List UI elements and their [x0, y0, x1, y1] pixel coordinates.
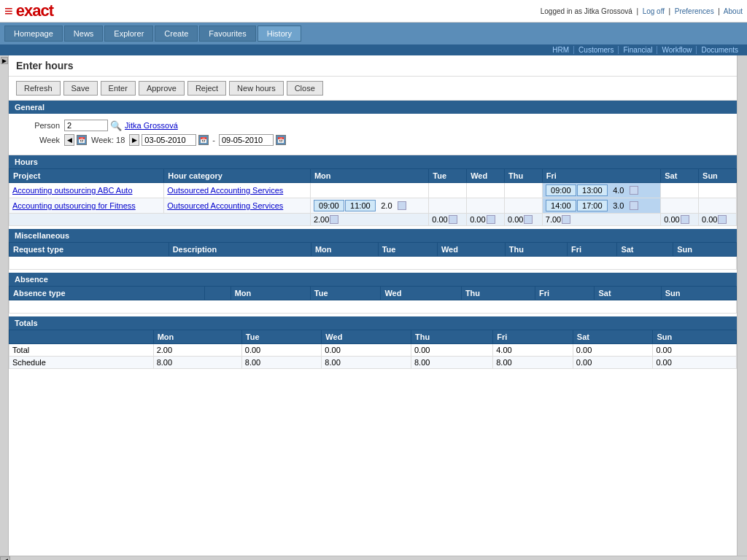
fri-cell-2: 3.0 [542, 198, 660, 214]
new-hours-button[interactable]: New hours [229, 81, 284, 96]
sec-nav-customers[interactable]: Customers [574, 46, 619, 54]
main-content: Enter hours Refresh Save Enter Approve R… [9, 55, 737, 556]
left-scrollbar[interactable]: ▶ [0, 55, 9, 556]
fri-end-1[interactable] [577, 184, 608, 196]
mon-total-check[interactable] [330, 215, 338, 224]
nav-news[interactable]: News [64, 26, 104, 42]
wed-total-check[interactable] [487, 215, 495, 224]
project-link-2[interactable]: Accounting outsourcing for Fitness [12, 201, 136, 210]
thu-total-check[interactable] [524, 215, 533, 224]
category-link-2[interactable]: Outsourced Accounting Services [167, 201, 283, 210]
misc-empty-row [9, 257, 737, 270]
bottom-scrollbar[interactable]: ◀ [0, 556, 747, 560]
absence-col-thu: Thu [461, 287, 535, 300]
tue-cell-1 [429, 183, 467, 198]
preferences-link[interactable]: Preferences [675, 7, 714, 15]
fri-check-1[interactable] [630, 186, 638, 195]
logoff-link[interactable]: Log off [643, 7, 665, 15]
general-section-header: General [9, 101, 737, 114]
week-cal-icon[interactable]: 📅 [77, 135, 87, 145]
col-project: Project [9, 169, 164, 183]
refresh-button[interactable]: Refresh [16, 81, 61, 96]
sec-nav-hrm-link[interactable]: HRM [548, 46, 574, 54]
col-tue: Tue [429, 169, 467, 183]
fri-cell-1: 4.0 [542, 183, 660, 198]
absence-col-empty [204, 287, 231, 300]
mon-start-2[interactable] [314, 200, 344, 211]
about-link[interactable]: About [724, 7, 743, 15]
project-cell-2: Accounting outsourcing for Fitness [9, 198, 164, 214]
person-input[interactable] [64, 120, 108, 131]
fri-check-2[interactable] [630, 201, 638, 210]
nav-favourites[interactable]: Favourites [199, 26, 255, 42]
mon-check-2[interactable] [398, 201, 406, 210]
absence-col-tue: Tue [310, 287, 381, 300]
mon-total-val: 2.00 [314, 215, 329, 224]
misc-col-thu: Thu [505, 243, 567, 257]
nav-create[interactable]: Create [155, 26, 198, 42]
fri-start-1[interactable] [546, 184, 576, 196]
date-from-input[interactable] [142, 134, 196, 146]
hours-total-sun: 0.00 [699, 214, 737, 226]
right-scrollbar[interactable] [737, 55, 747, 556]
tue-total-check[interactable] [449, 215, 457, 224]
sec-nav-workflow[interactable]: Workflow [657, 46, 697, 54]
save-button[interactable]: Save [63, 81, 98, 96]
date-to-cal-icon[interactable]: 📅 [276, 135, 286, 145]
reject-button[interactable]: Reject [187, 81, 226, 96]
week-label: Week [16, 136, 60, 144]
sec-nav-financial[interactable]: Financial [619, 46, 657, 54]
category-link-1[interactable]: Outsourced Accounting Services [167, 186, 283, 195]
week-prev-btn[interactable]: ◀ [64, 134, 74, 146]
close-button[interactable]: Close [287, 81, 323, 96]
approve-button[interactable]: Approve [139, 81, 185, 96]
bottom-scroll-btn[interactable]: ◀ [0, 556, 10, 561]
thu-cell-2 [504, 198, 542, 214]
nav-homepage[interactable]: Homepage [4, 26, 63, 42]
tue-cell-2 [429, 198, 467, 214]
hours-section: Project Hour category Mon Tue Wed Thu Fr… [9, 168, 737, 226]
misc-col-desc: Description [169, 243, 311, 257]
person-search-icon[interactable]: 🔍 [110, 120, 122, 131]
totals-section-header: Totals [9, 316, 737, 330]
person-name-link[interactable]: Jitka Grossová [125, 121, 178, 130]
hours-col-header-row: Project Hour category Mon Tue Wed Thu Fr… [9, 169, 737, 183]
table-row: Accounting outsourcing ABC Auto Outsourc… [9, 183, 737, 198]
totals-total-tue: 0.00 [241, 344, 322, 357]
nav-history[interactable]: History [258, 26, 301, 42]
fri-start-2[interactable] [546, 200, 576, 211]
fri-end-2[interactable] [577, 200, 608, 211]
project-link-1[interactable]: Accounting outsourcing ABC Auto [12, 186, 133, 195]
totals-col-fri: Fri [493, 330, 573, 344]
hours-total-tue: 0.00 [429, 214, 467, 226]
enter-button[interactable]: Enter [101, 81, 136, 96]
sec-nav-documents[interactable]: Documents [697, 46, 743, 54]
totals-schedule-mon: 8.00 [153, 357, 241, 369]
hours-total-thu: 0.00 [504, 214, 542, 226]
week-next-btn[interactable]: ▶ [129, 134, 139, 146]
category-cell-1: Outsourced Accounting Services [164, 183, 311, 198]
user-info: Logged in as Jitka Grossová | Log off | … [541, 7, 743, 15]
misc-table: Request type Description Mon Tue Wed Thu… [9, 242, 737, 270]
totals-total-thu: 0.00 [411, 344, 492, 357]
hours-total-row: 2.00 0.00 0.00 [9, 214, 737, 226]
week-nav: ◀ 📅 Week: 18 ▶ 📅 - 📅 [64, 134, 286, 146]
date-from-cal-icon[interactable]: 📅 [198, 135, 209, 145]
fri-hrs-1: 4.0 [608, 186, 629, 195]
sat-total-check[interactable] [681, 215, 689, 224]
top-bar: ≡ exact Logged in as Jitka Grossová | Lo… [0, 0, 747, 23]
hours-total-mon: 2.00 [310, 214, 428, 226]
nav-explorer[interactable]: Explorer [104, 26, 153, 42]
thu-cell-1 [504, 183, 542, 198]
col-sun: Sun [699, 169, 737, 183]
misc-col-type: Request type [9, 243, 169, 257]
mon-end-2[interactable] [345, 200, 376, 211]
misc-col-header-row: Request type Description Mon Tue Wed Thu… [9, 243, 737, 257]
date-to-input[interactable] [219, 134, 274, 146]
left-scroll-btn[interactable]: ▶ [1, 57, 8, 64]
totals-total-wed: 0.00 [322, 344, 411, 357]
totals-col-sun: Sun [653, 330, 737, 344]
sun-total-check[interactable] [718, 215, 727, 224]
fri-total-check[interactable] [562, 215, 570, 224]
totals-table: Mon Tue Wed Thu Fri Sat Sun Total 2.00 0… [9, 330, 737, 369]
